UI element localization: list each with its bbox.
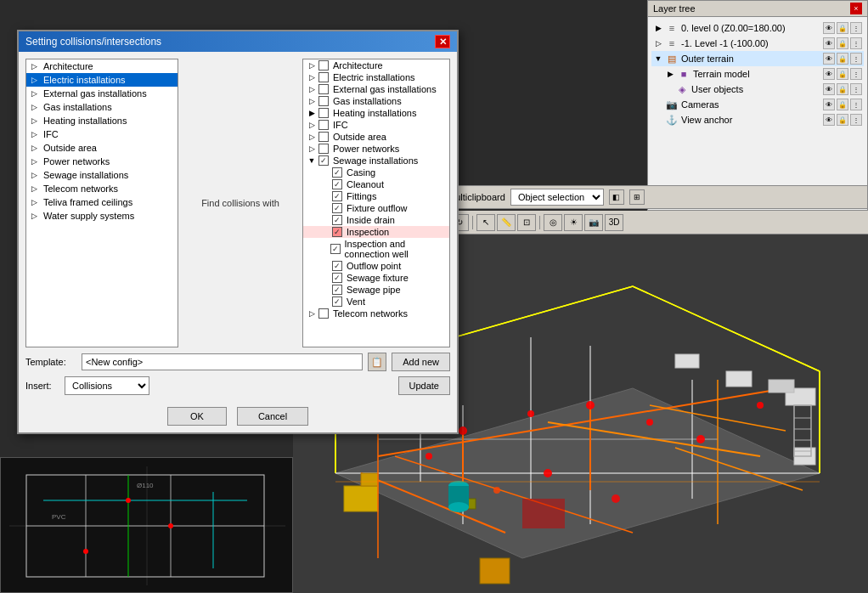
checkbox-ext-gas[interactable]: [318, 84, 329, 94]
checkbox-ifc[interactable]: [318, 120, 329, 130]
tree-node-inspection[interactable]: Inspection: [303, 226, 449, 238]
checkbox-fixture-outflow[interactable]: [332, 203, 342, 213]
tb-btn-measure[interactable]: 📏: [497, 214, 516, 231]
tree-action-more[interactable]: ⋮: [850, 37, 862, 49]
list-item-telecom[interactable]: ▷ Telecom networks: [26, 182, 178, 195]
list-item-ifc[interactable]: ▷ IFC: [26, 127, 178, 141]
list-item-architecture[interactable]: ▷ Architecture: [26, 59, 178, 73]
tree-node-cleanout[interactable]: Cleanout: [303, 178, 449, 190]
tree-node-fittings[interactable]: Fittings: [303, 190, 449, 202]
dialog-close-btn[interactable]: ✕: [435, 35, 450, 48]
tree-node-casing[interactable]: Casing: [303, 167, 449, 178]
panel-close-btn[interactable]: ×: [850, 3, 862, 14]
tree-item-terrain-model[interactable]: ▶ ■ Terrain model 👁 🔒 ⋮: [651, 66, 864, 82]
checkbox-gas[interactable]: [318, 96, 329, 106]
checkbox-electric[interactable]: [318, 72, 329, 82]
tree-node-inside-drain[interactable]: Inside drain: [303, 214, 449, 226]
tree-action-eye[interactable]: 👁: [823, 37, 835, 49]
checkbox-heating[interactable]: [318, 108, 329, 118]
tree-action-eye[interactable]: 👁: [823, 22, 835, 34]
tree-action-more[interactable]: ⋮: [850, 99, 862, 110]
tb-btn-section[interactable]: ⊡: [517, 214, 536, 231]
tree-node-outside[interactable]: ▷ Outside area: [303, 131, 449, 143]
tree-node-sewage-fixture[interactable]: Sewage fixture: [303, 272, 449, 284]
tree-item-outer-terrain[interactable]: ▼ ▤ Outer terrain 👁 🔒 ⋮: [651, 51, 864, 66]
tree-item-cameras[interactable]: 📷 Cameras 👁 🔒 ⋮: [651, 97, 864, 112]
checkbox-casing[interactable]: [332, 167, 342, 178]
tree-action-more[interactable]: ⋮: [850, 114, 862, 126]
insert-select[interactable]: Collisions: [65, 376, 149, 395]
tree-action-eye[interactable]: 👁: [823, 99, 835, 110]
tb-btn-render[interactable]: ◎: [544, 214, 562, 231]
ok-button[interactable]: OK: [167, 407, 227, 426]
tb-btn-3d[interactable]: 3D: [605, 214, 623, 231]
list-item-water[interactable]: ▷ Water supply systems: [26, 209, 178, 223]
tree-action-lock[interactable]: 🔒: [837, 22, 848, 34]
tree-action-lock[interactable]: 🔒: [837, 68, 848, 80]
checkbox-telecom[interactable]: [318, 308, 329, 319]
checkbox-fittings[interactable]: [332, 191, 342, 201]
tree-action-eye[interactable]: 👁: [823, 53, 835, 65]
tree-item-level-1[interactable]: ▷ ≡ -1. Level -1 (-100.00) 👁 🔒 ⋮: [651, 36, 864, 51]
tree-node-heating[interactable]: ▶ Heating installations: [303, 107, 449, 119]
template-icon-btn[interactable]: 📋: [368, 353, 386, 371]
tree-node-electric[interactable]: ▷ Electric installations: [303, 71, 449, 83]
tree-action-lock[interactable]: 🔒: [837, 114, 848, 126]
checkbox-sewage-fixture[interactable]: [332, 273, 342, 283]
tree-node-ext-gas[interactable]: ▷ External gas installations: [303, 83, 449, 95]
tree-action-eye[interactable]: 👁: [823, 83, 835, 95]
checkbox-power[interactable]: [318, 144, 329, 154]
checkbox-architecture[interactable]: [318, 60, 329, 71]
tree-action-lock[interactable]: 🔒: [837, 83, 848, 95]
tb-btn-camera[interactable]: 📷: [584, 214, 603, 231]
tree-item-user-objects[interactable]: ◈ User objects 👁 🔒 ⋮: [651, 82, 864, 97]
list-item-power[interactable]: ▷ Power networks: [26, 155, 178, 168]
tree-node-sewage[interactable]: ▼ Sewage installations: [303, 155, 449, 167]
tree-node-ifc[interactable]: ▷ IFC: [303, 119, 449, 131]
checkbox-vent[interactable]: [332, 296, 342, 307]
add-new-button[interactable]: Add new: [392, 353, 450, 371]
tree-node-telecom[interactable]: ▷ Telecom networks: [303, 308, 449, 319]
checkbox-sewage-pipe[interactable]: [332, 285, 342, 295]
tree-node-architecture[interactable]: ▷ Architecture: [303, 59, 449, 71]
mc-btn-2[interactable]: ⊞: [629, 189, 645, 205]
tree-node-inspection-well[interactable]: Inspection and connection well: [303, 238, 449, 260]
tree-item-view-anchor[interactable]: ⚓ View anchor 👁 🔒 ⋮: [651, 112, 864, 127]
tree-node-vent[interactable]: Vent: [303, 296, 449, 308]
list-item-ext-gas[interactable]: ▷ External gas installations: [26, 87, 178, 100]
list-item-gas[interactable]: ▷ Gas installations: [26, 100, 178, 114]
tree-node-fixture-outflow[interactable]: Fixture outflow: [303, 202, 449, 214]
multiclipboard-select[interactable]: Object selection: [510, 189, 604, 206]
tree-node-gas[interactable]: ▷ Gas installations: [303, 95, 449, 107]
tree-action-more[interactable]: ⋮: [850, 53, 862, 65]
tree-action-more[interactable]: ⋮: [850, 22, 862, 34]
tb-btn-select[interactable]: ↖: [476, 214, 495, 231]
tb-btn-light[interactable]: ☀: [564, 214, 583, 231]
tree-action-eye[interactable]: 👁: [823, 68, 835, 80]
list-item-teliva[interactable]: ▷ Teliva framed ceilings: [26, 195, 178, 209]
tree-action-more[interactable]: ⋮: [850, 83, 862, 95]
tree-node-sewage-pipe[interactable]: Sewage pipe: [303, 284, 449, 296]
update-button[interactable]: Update: [398, 376, 450, 395]
tree-action-lock[interactable]: 🔒: [837, 37, 848, 49]
cancel-button[interactable]: Cancel: [237, 407, 308, 426]
template-input[interactable]: [82, 353, 363, 370]
tree-action-lock[interactable]: 🔒: [837, 53, 848, 65]
checkbox-inspection-well[interactable]: [330, 244, 341, 254]
list-item-outside[interactable]: ▷ Outside area: [26, 141, 178, 155]
checkbox-cleanout[interactable]: [332, 179, 342, 189]
tree-node-power[interactable]: ▷ Power networks: [303, 143, 449, 155]
tree-item-level0[interactable]: ▶ ≡ 0. level 0 (Z0.00=180.00) 👁 🔒 ⋮: [651, 20, 864, 36]
list-item-electric[interactable]: ▷ Electric installations: [26, 73, 178, 87]
mc-btn-1[interactable]: ◧: [609, 189, 624, 205]
checkbox-sewage[interactable]: [318, 155, 329, 166]
tree-action-eye[interactable]: 👁: [823, 114, 835, 126]
tree-action-lock[interactable]: 🔒: [837, 99, 848, 110]
checkbox-inside-drain[interactable]: [332, 215, 342, 225]
list-item-heating[interactable]: ▷ Heating installations: [26, 114, 178, 127]
checkbox-outside[interactable]: [318, 132, 329, 142]
list-item-sewage[interactable]: ▷ Sewage installations: [26, 168, 178, 182]
tree-action-more[interactable]: ⋮: [850, 68, 862, 80]
checkbox-inspection[interactable]: [332, 227, 342, 237]
checkbox-outflow-point[interactable]: [332, 261, 342, 271]
